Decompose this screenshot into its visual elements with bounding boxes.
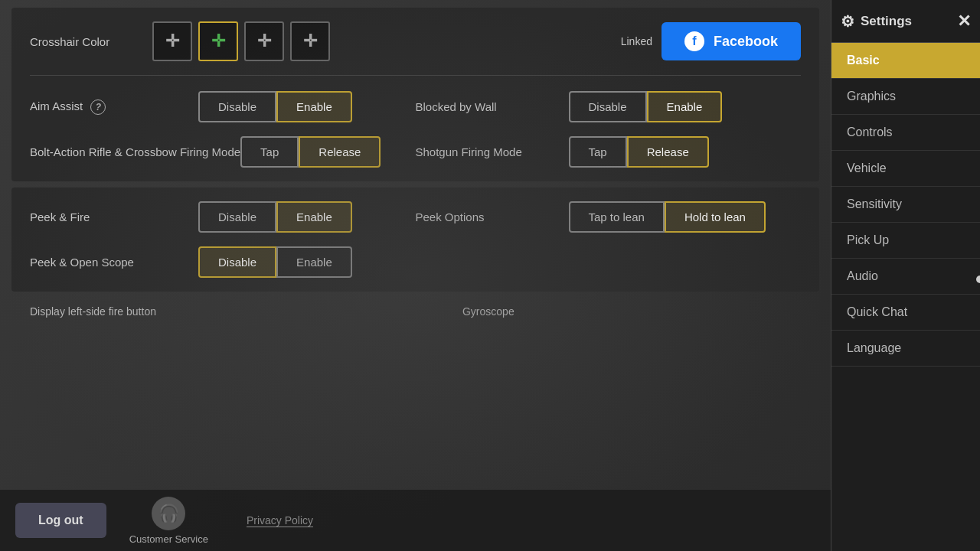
- sidebar-item-language[interactable]: Language: [831, 331, 980, 367]
- sidebar-item-sensitivity[interactable]: Sensitivity: [831, 187, 980, 223]
- crosshair-options: ✛ ✛ ✛ ✛: [152, 21, 330, 61]
- crosshair-row: Crosshair Color ✛ ✛ ✛ ✛: [30, 21, 801, 76]
- peek-fire-enable-btn[interactable]: Enable: [276, 201, 352, 233]
- peek-scope-left: Peek & Open Scope Disable Enable: [30, 246, 416, 278]
- bolt-action-row: Bolt-Action Rifle & Crossbow Firing Mode…: [30, 136, 801, 168]
- crosshair-label: Crosshair Color: [30, 35, 152, 48]
- section-crosshair: Crosshair Color ✛ ✛ ✛ ✛: [11, 8, 819, 181]
- sidebar-item-basic[interactable]: Basic: [831, 43, 980, 79]
- crosshair-option-1[interactable]: ✛: [152, 21, 192, 61]
- main-content: Crosshair Color ✛ ✛ ✛ ✛: [0, 0, 831, 551]
- close-button[interactable]: ✕: [957, 11, 971, 31]
- sidebar-item-audio[interactable]: Audio: [831, 259, 980, 295]
- fire-button-label: Display left-side fire button: [30, 305, 156, 318]
- sidebar-item-vehicle[interactable]: Vehicle: [831, 151, 980, 187]
- privacy-policy-link[interactable]: Privacy Policy: [247, 514, 313, 527]
- facebook-button-label: Facebook: [714, 34, 778, 50]
- blocked-wall-right: Blocked by Wall Disable Enable: [416, 91, 802, 122]
- aim-assist-enable-btn[interactable]: Enable: [276, 91, 352, 122]
- gear-icon: ⚙: [841, 12, 854, 31]
- bolt-action-left: Bolt-Action Rifle & Crossbow Firing Mode…: [30, 136, 416, 168]
- tap-lean-btn[interactable]: Tap to lean: [569, 201, 665, 233]
- shotgun-release-btn[interactable]: Release: [627, 136, 709, 168]
- bolt-action-buttons: Tap Release: [240, 136, 381, 168]
- peek-scope-buttons: Disable Enable: [198, 246, 352, 278]
- partial-row: Display left-side fire button Gyroscope: [0, 298, 831, 325]
- shotgun-right: Shotgun Firing Mode Tap Release: [416, 136, 802, 168]
- bolt-action-tap-btn[interactable]: Tap: [240, 136, 299, 168]
- peek-fire-buttons: Disable Enable: [198, 201, 352, 233]
- bolt-action-label: Bolt-Action Rifle & Crossbow Firing Mode: [30, 145, 240, 160]
- settings-title-label: Settings: [861, 14, 912, 29]
- peek-scope-disable-btn[interactable]: Disable: [198, 246, 276, 278]
- customer-service-button[interactable]: 🎧 Customer Service: [129, 497, 208, 545]
- facebook-button[interactable]: f Facebook: [662, 22, 801, 60]
- sidebar-item-vehicle-wrapper: Vehicle: [831, 151, 980, 187]
- crosshair-option-2[interactable]: ✛: [198, 21, 238, 61]
- blocked-wall-label: Blocked by Wall: [416, 100, 569, 113]
- customer-service-label: Customer Service: [129, 533, 208, 545]
- aim-assist-left: Aim Assist ? Disable Enable: [30, 91, 416, 122]
- crosshair-option-3[interactable]: ✛: [244, 21, 284, 61]
- facebook-section: Linked f Facebook: [621, 22, 801, 60]
- blocked-wall-disable-btn[interactable]: Disable: [569, 91, 647, 122]
- peek-options-label: Peek Options: [416, 210, 569, 223]
- footer: Log out 🎧 Customer Service Privacy Polic…: [0, 490, 831, 551]
- linked-label: Linked: [621, 35, 652, 47]
- aim-assist-row: Aim Assist ? Disable Enable Blocked by W…: [30, 91, 801, 122]
- logout-button[interactable]: Log out: [15, 503, 106, 538]
- peek-options-buttons: Tap to lean Hold to lean: [569, 201, 766, 233]
- aim-assist-disable-btn[interactable]: Disable: [198, 91, 276, 122]
- crosshair-icon-3: ✛: [257, 33, 271, 50]
- aim-assist-label: Aim Assist ?: [30, 99, 198, 116]
- sidebar-item-graphics[interactable]: Graphics: [831, 79, 980, 115]
- peek-fire-left: Peek & Fire Disable Enable: [30, 201, 416, 233]
- sidebar-item-pickup[interactable]: Pick Up: [831, 223, 980, 259]
- peek-fire-disable-btn[interactable]: Disable: [198, 201, 276, 233]
- aim-assist-buttons: Disable Enable: [198, 91, 352, 122]
- shotgun-buttons: Tap Release: [569, 136, 709, 168]
- gyroscope-label: Gyroscope: [462, 305, 514, 318]
- sidebar-item-quickchat[interactable]: Quick Chat: [831, 295, 980, 331]
- blocked-wall-enable-btn[interactable]: Enable: [647, 91, 723, 122]
- hold-lean-btn[interactable]: Hold to lean: [665, 201, 766, 233]
- facebook-icon: f: [684, 31, 704, 51]
- settings-title: ⚙ Settings: [841, 12, 912, 31]
- sidebar: ⚙ Settings ✕ Basic Graphics Controls Veh…: [831, 0, 980, 551]
- peek-fire-label: Peek & Fire: [30, 210, 198, 225]
- peek-scope-row: Peek & Open Scope Disable Enable: [30, 246, 801, 278]
- blocked-wall-buttons: Disable Enable: [569, 91, 723, 122]
- scroll-indicator: [976, 276, 980, 283]
- crosshair-icon-2: ✛: [211, 33, 225, 50]
- crosshair-icon-4: ✛: [303, 33, 317, 50]
- crosshair-icon-1: ✛: [165, 33, 179, 50]
- peek-options-right: Peek Options Tap to lean Hold to lean: [416, 201, 802, 233]
- sidebar-header: ⚙ Settings ✕: [831, 0, 980, 43]
- shotgun-tap-btn[interactable]: Tap: [569, 136, 627, 168]
- shotgun-label: Shotgun Firing Mode: [416, 145, 569, 158]
- customer-service-icon: 🎧: [152, 497, 185, 530]
- aim-assist-help-icon[interactable]: ?: [90, 99, 106, 115]
- peek-scope-label: Peek & Open Scope: [30, 255, 198, 270]
- section-peek: Peek & Fire Disable Enable Peek Options …: [11, 187, 819, 292]
- peek-fire-row: Peek & Fire Disable Enable Peek Options …: [30, 201, 801, 233]
- sidebar-item-controls[interactable]: Controls: [831, 115, 980, 151]
- bolt-action-release-btn[interactable]: Release: [299, 136, 381, 168]
- crosshair-option-4[interactable]: ✛: [290, 21, 330, 61]
- crosshair-color-section: Crosshair Color ✛ ✛ ✛ ✛: [30, 21, 621, 61]
- peek-scope-enable-btn[interactable]: Enable: [276, 246, 352, 278]
